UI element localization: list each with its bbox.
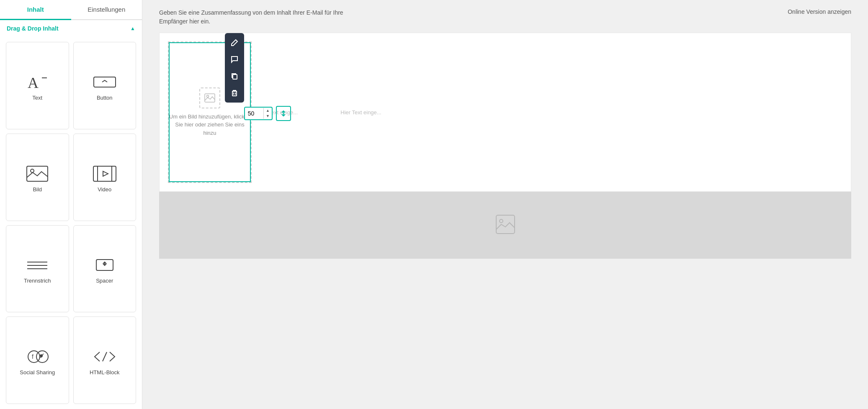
block-trennstrich-label: Trennstrich [24,278,51,284]
sidebar: Inhalt Einstellungen Drag & Drop Inhalt … [0,0,142,409]
text-cell[interactable]: Text einge... Hier Text einge... [260,33,851,191]
top-bar: Geben Sie eine Zusammenfassung von dem I… [142,0,868,33]
trennstrich-icon-wrap [25,256,50,274]
block-social-sharing[interactable]: f Social Sharing [6,316,69,404]
main-area: Geben Sie eine Zusammenfassung von dem I… [142,0,868,409]
block-text-label: Text [32,95,42,101]
block-text[interactable]: A Text [6,42,69,129]
online-version-link[interactable]: Online Version anzeigen [788,8,851,15]
block-bild-label: Bild [33,186,42,193]
svg-text:f: f [32,353,33,360]
toolbar-comment-button[interactable] [227,51,242,67]
button-icon-wrap [92,73,117,91]
svg-rect-18 [233,75,237,79]
width-increment[interactable]: ▲ [264,108,272,113]
svg-rect-5 [93,166,116,181]
tab-einstellungen[interactable]: Einstellungen [71,0,142,20]
block-html[interactable]: HTML-Block [73,316,137,404]
svg-point-26 [500,219,503,223]
spacer-icon-wrap [92,256,117,274]
block-spacer-label: Spacer [96,278,113,284]
toolbar-copy-button[interactable] [227,68,242,84]
text-separator [306,108,332,116]
image-placeholder-icon [199,87,220,108]
html-icon-wrap [92,347,117,366]
description-text: Geben Sie eine Zusammenfassung von dem I… [159,8,368,26]
toolbar-delete-button[interactable] [227,85,242,101]
block-trennstrich[interactable]: Trennstrich [6,225,69,313]
email-row: 50 ▲ ▼ [159,33,851,192]
sidebar-tabs: Inhalt Einstellungen [0,0,142,20]
block-video[interactable]: Video [73,134,137,221]
block-bild[interactable]: Bild [6,134,69,221]
text-icon-wrap: A [25,73,50,91]
image-hint-text: Um ein Bild hinzuzufügen, klicken Sie hi… [169,113,251,137]
drag-drop-chevron[interactable]: ▲ [130,26,135,31]
block-button-label: Button [97,95,113,101]
block-social-sharing-label: Social Sharing [20,369,55,376]
block-spacer[interactable]: Spacer [73,225,137,313]
tab-inhalt[interactable]: Inhalt [0,0,71,20]
width-spinners: ▲ ▼ [263,108,272,119]
block-button[interactable]: Button [73,42,137,129]
social-sharing-icon-wrap: f [25,347,50,366]
svg-rect-19 [232,91,237,96]
svg-rect-2 [94,77,116,87]
bild-icon-wrap [25,165,50,183]
width-input-group: 50 ▲ ▼ [244,107,273,120]
svg-point-4 [31,169,34,172]
svg-marker-8 [103,171,108,176]
drag-drop-header: Drag & Drop Inhalt ▲ [0,20,142,37]
video-icon-wrap [92,165,117,183]
width-decrement[interactable]: ▼ [264,113,272,119]
block-html-label: HTML-Block [90,369,120,376]
width-input[interactable]: 50 [245,108,263,119]
footer-image-icon [495,214,515,236]
footer-row [159,192,851,259]
width-control: 50 ▲ ▼ [242,103,294,123]
content-grid: A Text Button [0,37,142,409]
svg-line-17 [103,352,107,361]
svg-text:A: A [28,75,39,90]
toolbar-edit-button[interactable] [227,35,242,51]
block-video-label: Video [98,186,111,193]
drag-drop-label: Drag & Drop Inhalt [7,25,59,32]
canvas-area: 50 ▲ ▼ [142,33,868,409]
text-placeholder-2: Hier Text einge... [340,109,381,116]
resize-handle[interactable] [276,106,291,121]
svg-point-24 [207,95,209,97]
float-toolbar [225,33,244,103]
